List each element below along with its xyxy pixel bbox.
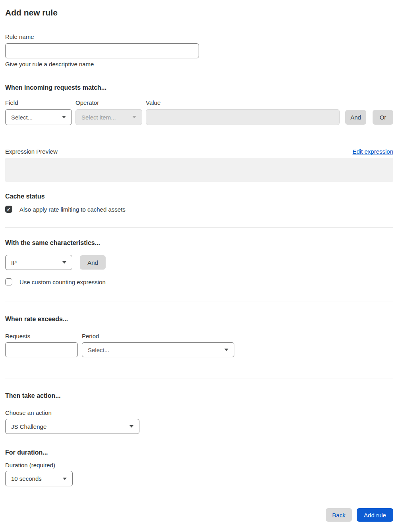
expression-preview-box: [5, 158, 393, 182]
value-input: [146, 109, 340, 125]
cache-status-checkbox-row: ✓ Also apply rate limiting to cached ass…: [5, 206, 393, 213]
action-heading: Then take action...: [5, 392, 393, 399]
section-divider: [5, 227, 393, 228]
and-characteristic-button[interactable]: And: [80, 255, 106, 270]
or-condition-button[interactable]: Or: [373, 110, 393, 125]
requests-input[interactable]: [5, 342, 78, 357]
chevron-down-icon: [62, 261, 66, 264]
chevron-down-icon: [129, 425, 133, 428]
expression-preview-header: Expression Preview Edit expression: [5, 148, 393, 155]
characteristic-select-value: IP: [11, 259, 17, 266]
chevron-down-icon: [62, 116, 66, 118]
period-select[interactable]: Select...: [82, 342, 234, 357]
requests-label: Requests: [5, 333, 78, 339]
action-select[interactable]: JS Challenge: [5, 419, 139, 434]
chevron-down-icon: [224, 349, 228, 351]
operator-select-value: Select item...: [81, 114, 116, 121]
rule-name-label: Rule name: [5, 33, 393, 40]
operator-select: Select item...: [75, 109, 142, 125]
field-column: Field Select...: [5, 99, 72, 125]
duration-select-value: 10 seconds: [11, 475, 42, 482]
cached-assets-checkbox[interactable]: ✓: [5, 206, 12, 213]
edit-expression-link[interactable]: Edit expression: [352, 148, 393, 155]
characteristics-heading: With the same characteristics...: [5, 239, 393, 247]
duration-label: Duration (required): [5, 462, 393, 468]
footer-actions: Back Add rule: [5, 508, 393, 522]
duration-heading: For duration...: [5, 449, 393, 456]
cache-status-heading: Cache status: [5, 193, 393, 200]
rate-heading: When rate exceeds...: [5, 316, 393, 323]
operator-label: Operator: [75, 99, 142, 106]
duration-select[interactable]: 10 seconds: [5, 471, 73, 486]
section-divider: [5, 301, 393, 301]
action-select-value: JS Challenge: [11, 423, 46, 430]
operator-column: Operator Select item...: [75, 99, 142, 125]
field-select[interactable]: Select...: [5, 109, 72, 125]
rule-name-group: Rule name Give your rule a descriptive n…: [5, 33, 393, 67]
period-select-value: Select...: [88, 347, 109, 353]
rule-name-helper: Give your rule a descriptive name: [5, 61, 393, 67]
counting-expression-checkbox-label: Use custom counting expression: [19, 279, 106, 285]
requests-column: Requests: [5, 333, 78, 357]
add-rule-form: Add new rule Rule name Give your rule a …: [0, 0, 398, 522]
period-column: Period Select...: [82, 333, 234, 357]
section-divider: [5, 378, 393, 378]
counting-expression-checkbox-row: Use custom counting expression: [5, 278, 393, 285]
period-label: Period: [82, 333, 234, 339]
field-select-value: Select...: [11, 114, 33, 121]
value-label: Value: [146, 99, 340, 106]
counting-expression-checkbox[interactable]: [5, 278, 12, 285]
chevron-down-icon: [63, 478, 67, 480]
action-label: Choose an action: [5, 409, 393, 416]
footer-divider: [5, 498, 393, 498]
field-label: Field: [5, 99, 72, 106]
match-condition-row: Field Select... Operator Select item... …: [5, 99, 393, 125]
page-title: Add new rule: [5, 8, 393, 17]
rate-row: Requests Period Select...: [5, 333, 393, 357]
chevron-down-icon: [132, 116, 136, 118]
characteristic-select[interactable]: IP: [5, 255, 72, 270]
value-column: Value: [146, 99, 340, 125]
expression-preview-label: Expression Preview: [5, 148, 58, 155]
rule-name-input[interactable]: [5, 43, 199, 58]
back-button[interactable]: Back: [326, 508, 352, 522]
add-rule-button[interactable]: Add rule: [357, 508, 393, 522]
characteristics-row: IP And: [5, 255, 393, 270]
match-section-heading: When incoming requests match...: [5, 84, 393, 91]
cached-assets-checkbox-label: Also apply rate limiting to cached asset…: [19, 206, 126, 213]
and-condition-button[interactable]: And: [345, 110, 366, 125]
